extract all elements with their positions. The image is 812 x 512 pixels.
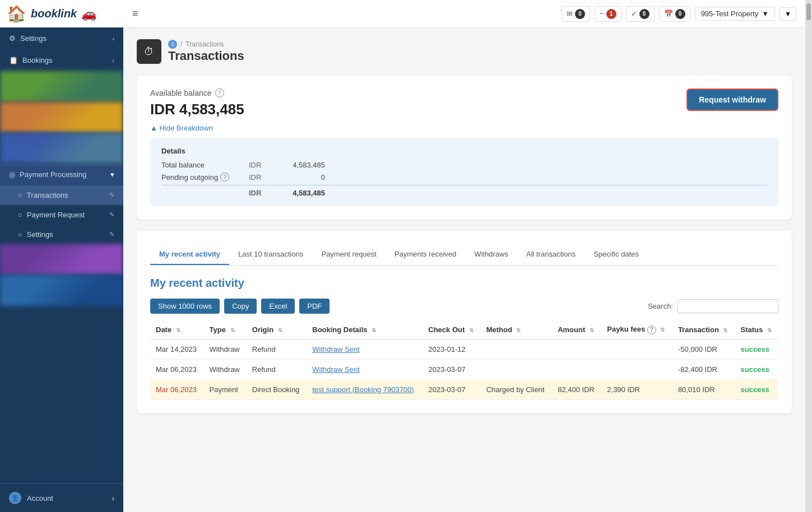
pending-info-icon[interactable]: ?	[220, 173, 229, 181]
row3-booking-link[interactable]: test support (Booking 7903700)	[312, 385, 414, 394]
balance-info-icon[interactable]: ?	[215, 89, 224, 97]
row3-origin: Direct Booking	[247, 379, 307, 399]
row3-date: Mar 06,2023	[150, 379, 204, 399]
check-badge: 0	[639, 9, 649, 19]
sort-booking-icon[interactable]: ⇅	[372, 327, 376, 333]
table-row-highlighted: Mar 06,2023 Payment Direct Booking test …	[150, 379, 778, 399]
hamburger-menu[interactable]: ≡	[132, 8, 138, 20]
row2-booking-details: Withdraw Sent	[307, 359, 423, 379]
tab-last-10-transactions[interactable]: Last 10 transactions	[229, 244, 312, 265]
bookings-arrow: ›	[112, 57, 114, 64]
sidebar-blurred-3	[0, 133, 123, 164]
notification-minus[interactable]: − 1	[595, 6, 621, 22]
scrollbar-thumb[interactable]	[806, 3, 811, 20]
row3-method: Charged by Client	[481, 379, 553, 399]
activity-table: Date ⇅ Type ⇅ Origin ⇅ Booking Details ⇅…	[150, 320, 778, 400]
sort-origin-icon[interactable]: ⇅	[278, 327, 282, 333]
top-nav-left: ≡	[132, 8, 138, 20]
sidebar-sub-item-settings[interactable]: ○ Settings ✎	[0, 225, 123, 244]
col-payku-fees: Payku fees ? ⇅	[601, 320, 672, 339]
sidebar-sub-item-transactions[interactable]: ○ Transactions ✎	[0, 185, 123, 205]
balance-amount: IDR 4,583,485	[150, 101, 244, 118]
tab-my-recent-activity[interactable]: My recent activity	[150, 244, 229, 265]
tab-payments-received[interactable]: Payments received	[386, 244, 466, 265]
logo-text: booklink	[31, 7, 77, 20]
table-header: Date ⇅ Type ⇅ Origin ⇅ Booking Details ⇅…	[150, 320, 778, 339]
notification-check[interactable]: ✓ 0	[626, 6, 655, 22]
sort-status-icon[interactable]: ⇅	[767, 327, 772, 333]
property-selector[interactable]: 995-Test Property ▼	[695, 7, 775, 21]
table-body: Mar 14,2023 Withdraw Refund Withdraw Sen…	[150, 339, 778, 399]
payment-request-dot-icon: ○	[18, 211, 22, 219]
row2-transaction: -82,400 IDR	[672, 359, 735, 379]
row2-origin: Refund	[247, 359, 307, 379]
breadcrumb-icon: 2	[168, 40, 177, 49]
tab-payment-request[interactable]: Payment request	[312, 244, 385, 265]
sidebar: 🏠 booklink 🚗 ⚙ Settings › 📋 Bookings ›	[0, 0, 123, 512]
row3-transaction: 80,010 IDR	[672, 379, 735, 399]
sidebar-item-payment-processing[interactable]: ◎ Payment Processing ▾	[0, 164, 123, 185]
sort-transaction-icon[interactable]: ⇅	[723, 327, 727, 333]
request-withdraw-button[interactable]: Request withdraw	[686, 89, 778, 111]
activity-tabs: My recent activity Last 10 transactions …	[150, 244, 778, 266]
sidebar-blurred-1	[0, 71, 123, 102]
notification-mail[interactable]: ✉ 0	[562, 6, 590, 22]
car-icon: 🚗	[81, 7, 96, 21]
sort-type-icon[interactable]: ⇅	[230, 327, 235, 333]
row1-method	[481, 339, 553, 359]
tab-all-transactions[interactable]: All transactions	[517, 244, 584, 265]
copy-button[interactable]: Copy	[224, 299, 257, 314]
row1-status-badge: success	[740, 345, 769, 353]
top-nav-right: ✉ 0 − 1 ✓ 0 📅 0 995-Test Property ▼	[562, 6, 796, 22]
excel-button[interactable]: Excel	[261, 299, 295, 314]
sort-method-icon[interactable]: ⇅	[516, 327, 521, 333]
logo: 🏠 booklink 🚗	[0, 0, 123, 27]
scrollbar[interactable]	[805, 0, 812, 512]
balance-header: Available balance ? IDR 4,583,485 Reques…	[150, 89, 778, 118]
activity-card: My recent activity Last 10 transactions …	[137, 231, 792, 413]
pdf-button[interactable]: PDF	[299, 299, 330, 314]
row2-booking-link[interactable]: Withdraw Sent	[312, 365, 360, 374]
sort-date-icon[interactable]: ⇅	[176, 327, 180, 333]
breakdown-total-row: IDR 4,583,485	[161, 189, 767, 197]
sidebar-sub-item-payment-request[interactable]: ○ Payment Request ✎	[0, 205, 123, 225]
sidebar-item-settings[interactable]: ⚙ Settings ›	[0, 27, 123, 49]
sort-amount-icon[interactable]: ⇅	[590, 327, 594, 333]
hide-breakdown-toggle[interactable]: ▲ Hide Breakdown	[150, 124, 778, 132]
col-origin: Origin ⇅	[247, 320, 307, 339]
extra-dropdown-btn[interactable]: ▼	[779, 7, 796, 21]
sidebar-item-bookings[interactable]: 📋 Bookings ›	[0, 49, 123, 71]
minus-icon: −	[600, 10, 604, 18]
search-input[interactable]	[678, 299, 778, 313]
payment-request-edit-icon: ✎	[109, 211, 114, 218]
tab-specific-dates[interactable]: Specific dates	[584, 244, 648, 265]
breakdown-row-total: Total balance IDR 4,583,485	[161, 161, 767, 169]
col-transaction: Transaction ⇅	[672, 320, 735, 339]
row1-transaction: -50,000 IDR	[672, 339, 735, 359]
settings-icon: ⚙	[9, 34, 16, 43]
property-name: 995-Test Property	[701, 10, 759, 18]
row1-booking-link[interactable]: Withdraw Sent	[312, 345, 360, 353]
breakdown-total-balance-label: Total balance	[161, 161, 240, 169]
search-area: Search:	[648, 299, 778, 313]
table-row: Mar 14,2023 Withdraw Refund Withdraw Sen…	[150, 339, 778, 359]
payku-fees-info-icon[interactable]: ?	[647, 325, 656, 334]
main-content: ≡ ✉ 0 − 1 ✓ 0 📅 0	[123, 0, 805, 512]
sidebar-blurred-4	[0, 244, 123, 275]
calendar-badge: 0	[675, 9, 685, 19]
settings-arrow: ›	[112, 35, 114, 42]
show-1000-rows-button[interactable]: Show 1000 rows	[150, 299, 220, 314]
breakdown-title: Details	[161, 147, 767, 155]
row1-status: success	[735, 339, 778, 359]
sidebar-item-account[interactable]: 👤 Account ›	[0, 483, 123, 512]
breakdown-pending-amount: 0	[280, 173, 325, 181]
transactions-edit-icon: ✎	[109, 192, 114, 199]
row3-booking-details: test support (Booking 7903700)	[307, 379, 423, 399]
account-avatar-icon: 👤	[9, 492, 21, 504]
notification-calendar[interactable]: 📅 0	[659, 6, 690, 22]
sort-checkout-icon[interactable]: ⇅	[469, 327, 474, 333]
row2-status: success	[735, 359, 778, 379]
sort-payku-icon[interactable]: ⇅	[660, 327, 665, 333]
row2-payku-fees	[601, 359, 672, 379]
tab-withdraws[interactable]: Withdraws	[465, 244, 517, 265]
